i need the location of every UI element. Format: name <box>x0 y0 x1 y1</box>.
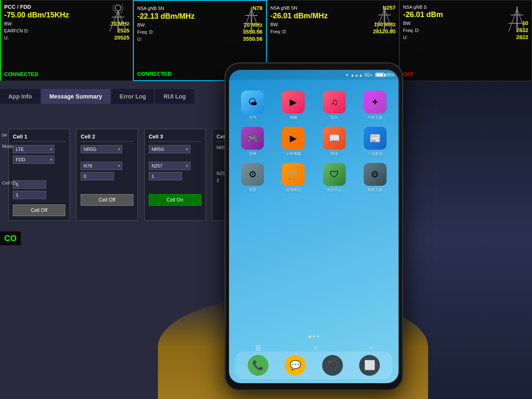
panel-4-freq-label: Freq: D: <box>403 28 420 33</box>
panel-1-u-label: U: <box>4 35 9 40</box>
battery-percentage: 95% <box>386 73 394 77</box>
network-type-label: 5G+ <box>365 73 372 77</box>
cell-2-type-wrapper: NR5G LTE ▼ <box>81 145 122 153</box>
app-store[interactable]: 🛒 应用商店 <box>276 163 310 193</box>
cell-1-cellid-input[interactable] <box>13 191 46 199</box>
app-video[interactable]: ▶ 视频 <box>276 91 310 121</box>
panel-1-bw-label: BW: <box>4 21 13 26</box>
cell-3-spacer1 <box>149 155 201 160</box>
cell-2-band-select[interactable]: N78 N257 <box>81 162 122 170</box>
app-news[interactable]: 📰 一点资讯 <box>358 127 392 157</box>
cells-container: Cell 1 LTE NR5G ▼ FDD TDD ▼ <box>8 129 241 221</box>
phone-device: ✦ ▲▲▲ 5G+ 95% 🌤 天气 ▶ 视频 <box>224 62 403 391</box>
app-music-label: 音乐 <box>330 115 338 121</box>
svg-line-16 <box>384 9 393 32</box>
tower-icon-3 <box>374 5 395 34</box>
tab-app-info[interactable]: App Info <box>0 89 40 104</box>
panel-1-status: CONNECTED <box>4 71 38 77</box>
page-dot-3 <box>317 335 319 337</box>
cell-1-mode-row: FDD TDD ▼ <box>13 155 65 164</box>
phone-body: ✦ ▲▲▲ 5G+ 95% 🌤 天气 ▶ 视频 <box>224 62 403 391</box>
app-weather-icon: 🌤 <box>241 91 264 113</box>
panel-4: NSA gNB S -26.01 dBm BW: 10 Freq: D: 282… <box>399 0 532 81</box>
app-store-icon: 🛒 <box>282 163 305 186</box>
cell-1-panel: Cell 1 LTE NR5G ▼ FDD TDD ▼ <box>8 129 70 221</box>
cell-2-band-wrapper: N78 N257 ▼ <box>81 162 122 170</box>
app-mi-video-label: 小米视频 <box>286 151 301 157</box>
page-indicator <box>229 335 399 337</box>
tower-icon-4 <box>507 5 527 34</box>
tab-rui-log[interactable]: RUI Log <box>155 89 194 104</box>
cell-2-earfcn-input[interactable] <box>81 172 114 180</box>
label-cellid: Cell ID <box>2 177 16 189</box>
svg-line-15 <box>376 9 384 32</box>
dock-phone-icon[interactable]: 📞 <box>248 355 268 376</box>
panel-3-title: NSA gNB SN <box>271 5 298 10</box>
app-tools[interactable]: ⚙ 系统工具 <box>358 163 392 193</box>
cell-3-earfcn-row <box>149 172 201 180</box>
app-games[interactable]: 🎮 游戏 <box>235 127 270 157</box>
phone-status-bar: ✦ ▲▲▲ 5G+ 95% <box>229 70 399 80</box>
cell-2-title: Cell 2 <box>81 133 133 142</box>
panel-4-title: NSA gNB S <box>403 5 427 10</box>
cell-3-band-wrapper: N257 N78 ▼ <box>149 162 190 170</box>
cell-3-earfcn-input[interactable] <box>149 172 182 180</box>
cell-1-earfcn-input[interactable] <box>13 180 46 189</box>
cell-2-spacer1 <box>81 155 133 160</box>
nav-home-button[interactable]: ○ <box>313 344 318 352</box>
tab-error-log[interactable]: Error Log <box>111 89 155 104</box>
phone-dock: 📞 💬 ⚫ ⬜ <box>235 352 392 379</box>
page-dot-2 <box>313 335 315 337</box>
tab-message-summary[interactable]: Message Summary <box>41 89 111 104</box>
nav-menu-button[interactable]: ☰ <box>255 344 261 352</box>
app-reading[interactable]: 📖 阅读 <box>317 127 352 157</box>
app-reading-label: 阅读 <box>330 151 338 157</box>
svg-line-6 <box>118 11 126 32</box>
dock-camera-icon[interactable]: ⚫ <box>322 355 343 376</box>
battery-icon <box>375 73 384 77</box>
dock-more-icon[interactable]: ⬜ <box>359 355 380 376</box>
dock-messages-icon[interactable]: 💬 <box>285 355 305 376</box>
cell-2-panel: Cell 2 NR5G LTE ▼ N78 N257 ▼ <box>76 129 138 221</box>
app-settings[interactable]: ⚙ 设置 <box>235 163 270 193</box>
panel-2-freq-label: Freq: D: <box>137 30 154 34</box>
cell-3-on-button[interactable]: Cell On <box>149 194 201 206</box>
app-video-icon: ▶ <box>282 91 305 113</box>
cell-3-type-select[interactable]: NR5G LTE <box>149 145 190 153</box>
cell-1-type-select[interactable]: LTE NR5G <box>13 145 54 153</box>
app-games-icon: 🎮 <box>241 127 264 150</box>
bluetooth-icon: ✦ <box>345 73 349 77</box>
cell-2-off-button[interactable]: Cell Off <box>81 194 133 206</box>
cell-3-spacer2 <box>149 182 201 191</box>
tower-icon-1 <box>108 5 128 34</box>
svg-point-0 <box>115 5 121 11</box>
app-theme-icon: ✦ <box>364 91 387 113</box>
panel-1-earfcn-u: 20525 <box>114 34 129 41</box>
panel-2-bw-label: BW: <box>137 22 146 27</box>
cell-1-off-button[interactable]: Cell Off <box>13 204 65 216</box>
svg-line-10 <box>243 9 251 32</box>
app-theme[interactable]: ✦ 个性主题 <box>358 91 392 121</box>
nav-back-button[interactable]: ‹ <box>370 344 372 352</box>
app-security[interactable]: 🛡 安全中心 <box>317 163 352 193</box>
app-music[interactable]: ♫ 音乐 <box>317 91 352 121</box>
app-theme-label: 个性主题 <box>367 115 382 121</box>
cell-2-band-row: N78 N257 ▼ <box>81 162 133 170</box>
cell-3-title: Cell 3 <box>149 133 201 142</box>
co-status-label: CO <box>0 232 21 245</box>
cell-2-spacer2 <box>81 182 133 191</box>
cell-3-band-select[interactable]: N257 N78 <box>149 162 190 170</box>
panel-4-bw-label: BW: <box>403 21 412 26</box>
panel-3-freq-label: Freq: D: <box>271 29 287 34</box>
cell-2-type-select[interactable]: NR5G LTE <box>81 145 122 153</box>
cell-4-earfcn: 2 <box>217 178 219 183</box>
cell-3-band-row: N257 N78 ▼ <box>149 162 201 170</box>
app-weather[interactable]: 🌤 天气 <box>235 91 270 121</box>
app-mi-video[interactable]: ▶ 小米视频 <box>276 127 310 157</box>
cell-1-mode-wrapper: FDD TDD ▼ <box>13 155 54 164</box>
svg-line-21 <box>517 9 525 32</box>
cell-1-mode-select[interactable]: FDD TDD <box>13 155 54 164</box>
svg-line-11 <box>251 9 260 32</box>
phone-screen: ✦ ▲▲▲ 5G+ 95% 🌤 天气 ▶ 视频 <box>229 70 399 383</box>
cell-4-band: N25 <box>217 171 225 176</box>
